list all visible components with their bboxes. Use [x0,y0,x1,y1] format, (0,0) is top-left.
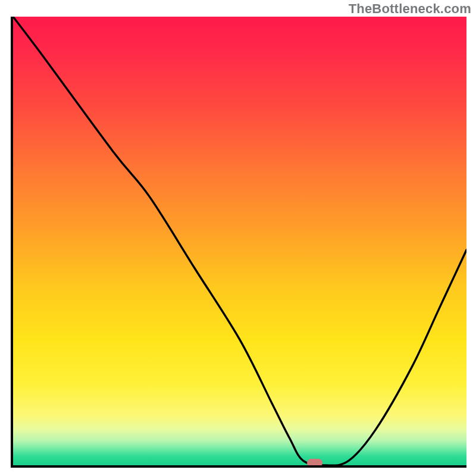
chart-stage: TheBottleneck.com [0,0,476,476]
optimal-point-marker [307,459,322,467]
plot-area [11,17,466,468]
curve-path [13,17,466,465]
attribution-label: TheBottleneck.com [349,1,471,17]
bottleneck-curve [13,17,466,465]
